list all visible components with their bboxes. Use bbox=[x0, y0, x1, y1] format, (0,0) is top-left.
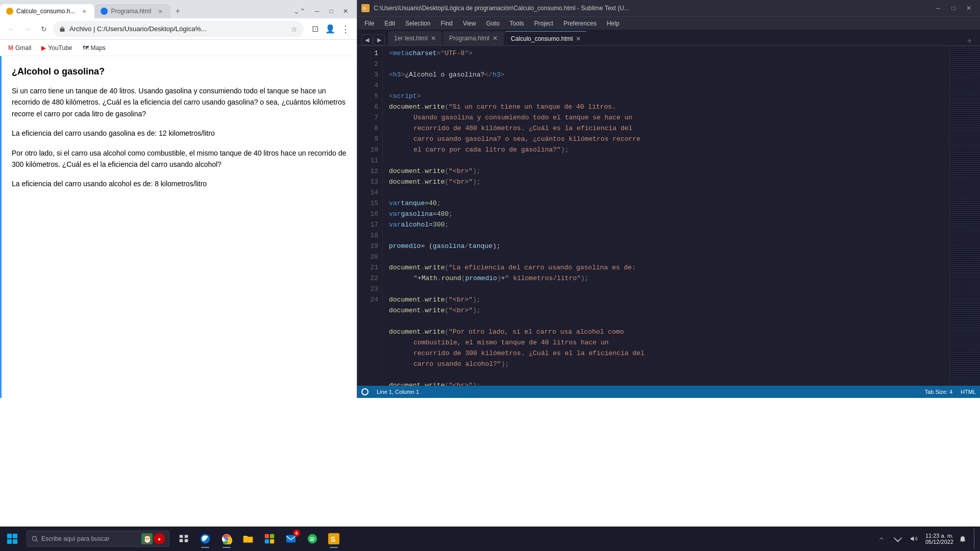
line-num-4: 4 bbox=[357, 80, 382, 91]
minimize-button[interactable]: ─ bbox=[310, 4, 324, 18]
taskbar-search[interactable]: Escribe aquí para buscar 🎅 ● bbox=[27, 531, 169, 547]
menu-goto[interactable]: Goto bbox=[481, 19, 505, 28]
bookmark-maps[interactable]: 🗺 Maps bbox=[79, 43, 110, 53]
code-line-22-block: document.write("Por otro lado, si el car… bbox=[389, 327, 949, 369]
editor-tab-close-1er[interactable]: ✕ bbox=[431, 35, 436, 42]
editor-maximize[interactable]: □ bbox=[946, 1, 961, 15]
editor-minimize[interactable]: ─ bbox=[931, 1, 945, 15]
window-controls: ⌄⌃ ─ □ ✕ bbox=[293, 4, 357, 18]
code-line-6-block: document.write("Si un carro tiene un tan… bbox=[389, 102, 949, 155]
bookmark-gmail[interactable]: M Gmail bbox=[4, 43, 35, 53]
editor-nav-arrows: ◀ ▶ bbox=[361, 34, 385, 45]
line-num-9: 9 bbox=[357, 134, 382, 144]
store-taskbar-button[interactable] bbox=[259, 529, 280, 549]
taskview-button[interactable] bbox=[174, 529, 194, 549]
tray-clock[interactable]: 11:23 a. m. 05/12/2022 bbox=[925, 533, 953, 545]
status-line-col: Line 1, Column 1 bbox=[377, 389, 419, 395]
tray-expand-button[interactable] bbox=[874, 532, 889, 546]
add-tab-icon[interactable]: + bbox=[963, 36, 976, 45]
youtube-label: YouTube bbox=[48, 44, 72, 52]
menu-find[interactable]: Find bbox=[435, 19, 457, 28]
svg-rect-9 bbox=[185, 535, 188, 538]
line-num-17: 17 bbox=[357, 219, 382, 230]
editor-tab-programa[interactable]: Programa.html ✕ bbox=[443, 31, 504, 45]
editor-next-btn[interactable]: ▶ bbox=[374, 34, 385, 45]
line-num-24: 24 bbox=[357, 294, 382, 305]
line-num-18: 18 bbox=[357, 230, 382, 241]
status-tab-size: Tab Size: 4 bbox=[925, 389, 952, 395]
svg-rect-4 bbox=[7, 539, 12, 544]
menu-project[interactable]: Project bbox=[529, 19, 558, 28]
notification-button[interactable] bbox=[955, 532, 970, 546]
line-num-6: 6 bbox=[357, 102, 382, 112]
menu-selection[interactable]: Selection bbox=[400, 19, 435, 28]
editor-tab-close-programa[interactable]: ✕ bbox=[493, 35, 498, 42]
tab-close-programa[interactable]: ✕ bbox=[156, 7, 164, 15]
editor-prev-btn[interactable]: ◀ bbox=[361, 34, 373, 45]
line-num-22: 22 bbox=[357, 273, 382, 284]
taskbar: Escribe aquí para buscar 🎅 ● bbox=[0, 527, 980, 551]
svg-point-6 bbox=[32, 536, 36, 540]
editor-main: 1 2 3 4 5 6 7 8 9 10 11 12 13 14 15 16 1… bbox=[357, 46, 980, 386]
edge-taskbar-button[interactable] bbox=[195, 529, 215, 549]
taskbar-tray: 11:23 a. m. 05/12/2022 bbox=[874, 529, 980, 549]
menu-preferences[interactable]: Preferences bbox=[558, 19, 602, 28]
close-button[interactable]: ✕ bbox=[338, 4, 353, 18]
gmail-icon: M bbox=[8, 44, 13, 52]
editor-titlebar-text: C:\Users\Usuario\Desktop\Lógica de progr… bbox=[374, 5, 927, 12]
show-desktop-button[interactable] bbox=[974, 529, 976, 549]
taskbar-search-icon bbox=[31, 535, 38, 542]
menu-tools[interactable]: Tools bbox=[505, 19, 529, 28]
profile-button[interactable]: 👤 bbox=[323, 22, 337, 36]
code-line-16 bbox=[389, 252, 949, 262]
tab-calculo[interactable]: Calculo_consumo.h... ✕ bbox=[0, 4, 94, 18]
svg-rect-10 bbox=[180, 539, 183, 542]
editor-tab-calculo[interactable]: Calculo_consumo.html ✕ bbox=[505, 31, 587, 45]
sublime-taskbar-button[interactable]: S bbox=[324, 529, 344, 549]
spotify-taskbar-button[interactable] bbox=[302, 529, 323, 549]
network-icon[interactable] bbox=[891, 532, 905, 546]
volume-icon[interactable] bbox=[907, 532, 921, 546]
cast-button[interactable]: ⊡ bbox=[308, 22, 322, 36]
menu-view[interactable]: View bbox=[458, 19, 481, 28]
address-bar[interactable]: Archivo | C:/Users/Usuario/Desktop/Lógic… bbox=[53, 21, 304, 37]
editor-code[interactable]: <meta charset="UTF-8"> <h3>¿Alcohol o ga… bbox=[383, 46, 949, 386]
back-button[interactable]: ← bbox=[4, 22, 18, 36]
svg-rect-14 bbox=[265, 534, 269, 538]
editor-tab-close-calculo[interactable]: ✕ bbox=[576, 35, 581, 42]
bookmark-youtube[interactable]: ▶ YouTube bbox=[37, 43, 76, 53]
code-line-14 bbox=[389, 230, 949, 241]
explorer-taskbar-button[interactable] bbox=[238, 529, 258, 549]
menu-file[interactable]: File bbox=[359, 19, 379, 28]
address-text: Archivo | C:/Users/Usuario/Desktop/Lógic… bbox=[69, 25, 287, 33]
status-right: Tab Size: 4 HTML bbox=[925, 389, 976, 395]
bookmark-star-icon[interactable]: ☆ bbox=[291, 25, 298, 33]
reload-button[interactable]: ↻ bbox=[37, 22, 51, 36]
line-num-2: 2 bbox=[357, 59, 382, 69]
tab-programa[interactable]: Programa.html ✕ bbox=[94, 4, 170, 18]
forward-button[interactable]: → bbox=[20, 22, 35, 36]
speaker-icon bbox=[910, 535, 918, 543]
tab-label-programa: Programa.html bbox=[111, 8, 151, 15]
tab-close-calculo[interactable]: ✕ bbox=[80, 7, 88, 15]
menu-edit[interactable]: Edit bbox=[379, 19, 400, 28]
browser-content: ¿Alcohol o gasolina? Si un carro tiene u… bbox=[0, 56, 357, 398]
editor-window: S C:\Users\Usuario\Desktop\Lógica de pro… bbox=[357, 0, 980, 398]
browser-titlebar: Calculo_consumo.h... ✕ Programa.html ✕ +… bbox=[0, 0, 357, 18]
editor-tab-1er[interactable]: 1er test.html ✕ bbox=[388, 31, 442, 45]
svg-line-7 bbox=[36, 540, 38, 542]
code-line-10 bbox=[389, 187, 949, 198]
tab-icon-programa bbox=[101, 8, 108, 15]
editor-close[interactable]: ✕ bbox=[962, 1, 976, 15]
line-num-13: 13 bbox=[357, 177, 382, 187]
start-button[interactable] bbox=[0, 527, 24, 551]
menu-button[interactable]: ⋮ bbox=[338, 22, 353, 36]
maximize-button[interactable]: □ bbox=[324, 4, 338, 18]
chrome-taskbar-button[interactable] bbox=[216, 529, 237, 549]
add-tab-button[interactable]: + bbox=[170, 4, 185, 18]
mail-taskbar-button[interactable]: 6 bbox=[281, 529, 301, 549]
taskbar-pinned-icons: 6 S bbox=[174, 529, 344, 549]
menu-help[interactable]: Help bbox=[602, 19, 625, 28]
address-icons: ☆ bbox=[291, 25, 298, 33]
browser-window: Calculo_consumo.h... ✕ Programa.html ✕ +… bbox=[0, 0, 357, 398]
